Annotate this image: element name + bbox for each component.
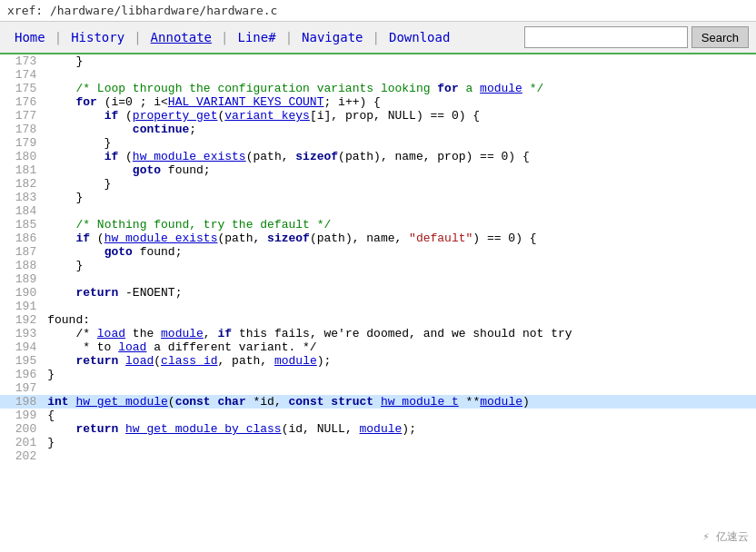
nav-annotate[interactable]: Annotate [144, 25, 219, 50]
table-row: 180 if (hw_module_exists(path, sizeof(pa… [0, 150, 756, 163]
table-row: 188 } [0, 259, 756, 272]
table-row: 195 return load(class_id, path, module); [0, 354, 756, 368]
nav-sep-4: | [284, 30, 294, 44]
line-number: 184 [0, 204, 44, 218]
watermark: ⚡ 亿速云 [703, 529, 749, 545]
line-content [44, 300, 756, 313]
table-row: 193 /* load the module, if this fails, w… [0, 327, 756, 340]
search-button[interactable]: Search [691, 26, 749, 48]
line-number: 185 [0, 218, 44, 232]
code-area[interactable]: 173 }174 175 /* Loop through the configu… [0, 54, 756, 548]
nav-sep-1: | [53, 30, 64, 44]
line-number: 183 [0, 191, 44, 204]
nav-navigate[interactable]: Navigate [294, 25, 370, 50]
line-number: 198 [0, 395, 44, 409]
table-row: 192found: [0, 313, 756, 327]
line-content: for (i=0 ; i<HAL_VARIANT_KEYS_COUNT; i++… [44, 95, 756, 109]
nav-sep-2: | [132, 30, 143, 44]
line-content: /* Nothing found, try the default */ [44, 218, 756, 232]
line-content: /* load the module, if this fails, we're… [44, 327, 756, 340]
line-number: 197 [0, 381, 44, 395]
line-number: 192 [0, 313, 44, 327]
table-row: 196} [0, 368, 756, 381]
table-row: 177 if (property_get(variant_keys[i], pr… [0, 109, 756, 123]
line-number: 180 [0, 150, 44, 163]
watermark-text: ⚡ 亿速云 [703, 529, 749, 545]
nav-sep-3: | [219, 30, 230, 44]
table-row: 184 [0, 204, 756, 218]
table-row: 176 for (i=0 ; i<HAL_VARIANT_KEYS_COUNT;… [0, 95, 756, 109]
title-text: xref: /hardware/libhardware/hardware.c [7, 4, 277, 17]
table-row: 175 /* Loop through the configuration va… [0, 82, 756, 95]
line-content: } [44, 436, 756, 449]
line-number: 190 [0, 286, 44, 300]
line-content: continue; [44, 123, 756, 136]
line-number: 189 [0, 272, 44, 286]
line-number: 196 [0, 368, 44, 381]
line-content: } [44, 368, 756, 381]
table-row: 191 [0, 300, 756, 313]
line-content: { [44, 409, 756, 422]
table-row: 173 } [0, 54, 756, 68]
line-content: } [44, 191, 756, 204]
line-content [44, 204, 756, 218]
table-row: 187 goto found; [0, 245, 756, 259]
table-row: 178 continue; [0, 123, 756, 136]
line-content [44, 68, 756, 82]
line-number: 191 [0, 300, 44, 313]
line-content [44, 272, 756, 286]
table-row: 182 } [0, 177, 756, 191]
table-row: 189 [0, 272, 756, 286]
nav-linenum[interactable]: Line# [230, 25, 283, 50]
line-content: * to load a different variant. */ [44, 340, 756, 354]
table-row: 185 /* Nothing found, try the default */ [0, 218, 756, 232]
line-number: 181 [0, 163, 44, 177]
code-table: 173 }174 175 /* Loop through the configu… [0, 54, 756, 463]
nav-history[interactable]: History [64, 25, 132, 50]
line-content: return load(class_id, path, module); [44, 354, 756, 368]
search-input[interactable] [524, 26, 688, 48]
table-row: 190 return -ENOENT; [0, 286, 756, 300]
table-row: 183 } [0, 191, 756, 204]
table-row: 174 [0, 68, 756, 82]
table-row: 200 return hw_get_module_by_class(id, NU… [0, 422, 756, 436]
nav-sep-5: | [371, 30, 382, 44]
table-row: 186 if (hw_module_exists(path, sizeof(pa… [0, 232, 756, 245]
line-content: found: [44, 313, 756, 327]
line-number: 200 [0, 422, 44, 436]
line-content: } [44, 177, 756, 191]
line-number: 202 [0, 449, 44, 463]
line-content: } [44, 54, 756, 68]
line-number: 179 [0, 136, 44, 150]
table-row: 194 * to load a different variant. */ [0, 340, 756, 354]
line-number: 177 [0, 109, 44, 123]
line-content: return -ENOENT; [44, 286, 756, 300]
line-number: 195 [0, 354, 44, 368]
line-content: goto found; [44, 245, 756, 259]
nav-bar: Home | History | Annotate | Line# | Navi… [0, 22, 756, 54]
title-bar: xref: /hardware/libhardware/hardware.c [0, 0, 756, 22]
line-content [44, 449, 756, 463]
table-row: 201} [0, 436, 756, 449]
table-row: 179 } [0, 136, 756, 150]
line-number: 199 [0, 409, 44, 422]
line-content: /* Loop through the configuration varian… [44, 82, 756, 95]
line-content: } [44, 136, 756, 150]
line-content: } [44, 259, 756, 272]
line-number: 194 [0, 340, 44, 354]
line-content: int hw_get_module(const char *id, const … [44, 395, 756, 409]
line-content: goto found; [44, 163, 756, 177]
line-number: 173 [0, 54, 44, 68]
line-number: 193 [0, 327, 44, 340]
line-content: if (hw_module_exists(path, sizeof(path),… [44, 150, 756, 163]
line-number: 188 [0, 259, 44, 272]
line-content: if (hw_module_exists(path, sizeof(path),… [44, 232, 756, 245]
nav-download[interactable]: Download [382, 25, 457, 50]
nav-home[interactable]: Home [7, 25, 53, 50]
table-row: 181 goto found; [0, 163, 756, 177]
table-row: 202 [0, 449, 756, 463]
line-number: 174 [0, 68, 44, 82]
line-number: 187 [0, 245, 44, 259]
table-row: 197 [0, 381, 756, 395]
line-content: if (property_get(variant_keys[i], prop, … [44, 109, 756, 123]
